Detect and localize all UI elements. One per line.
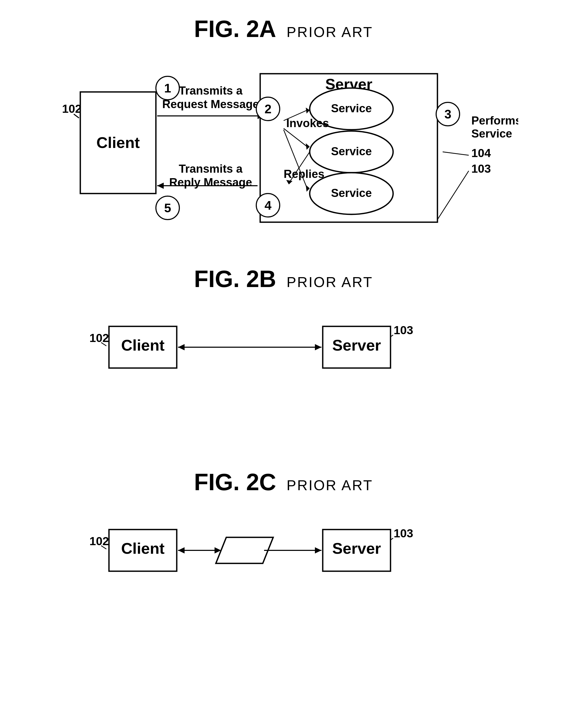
fig2a-diagram: 102 Client Server Service Service Servic…	[49, 58, 518, 266]
fig2b-prior-art: PRIOR ART	[287, 274, 373, 290]
fig2c-prior-art: PRIOR ART	[287, 477, 373, 494]
label-102-2a: 102	[62, 102, 82, 115]
service-label-1: Service	[331, 102, 372, 115]
service-label-3: Service	[331, 186, 372, 199]
label-103-2c: 103	[394, 527, 413, 540]
svg-line-6	[438, 171, 469, 220]
server-label-2b: Server	[332, 337, 381, 354]
transmits-req-line2: Request Message	[162, 98, 259, 110]
performs-line2: Service	[471, 127, 512, 140]
page: FIG. 2A PRIOR ART 102 Client Server Serv…	[0, 0, 567, 728]
service-label-2: Service	[331, 145, 372, 158]
arrow-back-2c	[178, 547, 184, 553]
fig2a-label: FIG. 2A	[194, 16, 276, 42]
fig2b-section: FIG. 2B PRIOR ART 102 Client Server 103	[0, 266, 567, 381]
label-102-2b: 102	[89, 331, 109, 345]
fig2a-prior-art: PRIOR ART	[287, 24, 373, 40]
server-label-2c: Server	[332, 540, 381, 557]
fig2b-svg: 102 Client Server 103	[75, 313, 492, 381]
svg-line-5	[443, 152, 469, 155]
step-5-label: 5	[164, 201, 171, 215]
transmits-rep-line1: Transmits a	[178, 162, 242, 175]
fig2a-svg: 102 Client Server Service Service Servic…	[49, 58, 518, 266]
step-1-label: 1	[164, 81, 171, 95]
fig2c-diagram: 102 Client Server 103	[75, 517, 492, 589]
fig2a-section: FIG. 2A PRIOR ART 102 Client Server Serv…	[0, 16, 567, 266]
step-2-label: 2	[264, 102, 271, 116]
fig2c-svg: 102 Client Server 103	[75, 517, 492, 589]
fig2b-label: FIG. 2B	[194, 266, 276, 293]
arrow-right-2b	[315, 344, 322, 350]
fig2b-diagram: 102 Client Server 103	[75, 313, 492, 381]
step-3-label: 3	[444, 107, 451, 121]
label-103-2a: 103	[471, 162, 491, 175]
transmits-req-line1: Transmits a	[178, 84, 242, 97]
replies-label: Replies	[284, 167, 325, 180]
performs-line1: Performs	[471, 114, 518, 127]
arrow-right-2c	[315, 547, 322, 553]
client-label: Client	[96, 134, 140, 151]
fig2c-title-row: FIG. 2C PRIOR ART	[194, 469, 373, 496]
fig2a-title-row: FIG. 2A PRIOR ART	[194, 16, 373, 42]
arrow-left-2b	[178, 344, 184, 350]
label-103-2b: 103	[394, 323, 413, 337]
transmits-rep-line2: Reply Message	[169, 176, 252, 189]
fig2c-label: FIG. 2C	[194, 469, 276, 496]
fig2b-title-row: FIG. 2B PRIOR ART	[194, 266, 373, 293]
step-4-label: 4	[264, 198, 271, 212]
fig2c-section: FIG. 2C PRIOR ART 102 Client Server 103	[0, 469, 567, 589]
client-label-2c: Client	[121, 540, 164, 557]
invokes-label: Invokes	[286, 117, 329, 129]
client-label-2b: Client	[121, 337, 164, 354]
label-102-2c: 102	[89, 534, 109, 548]
arrow-reply	[157, 183, 164, 189]
label-104: 104	[471, 146, 491, 160]
